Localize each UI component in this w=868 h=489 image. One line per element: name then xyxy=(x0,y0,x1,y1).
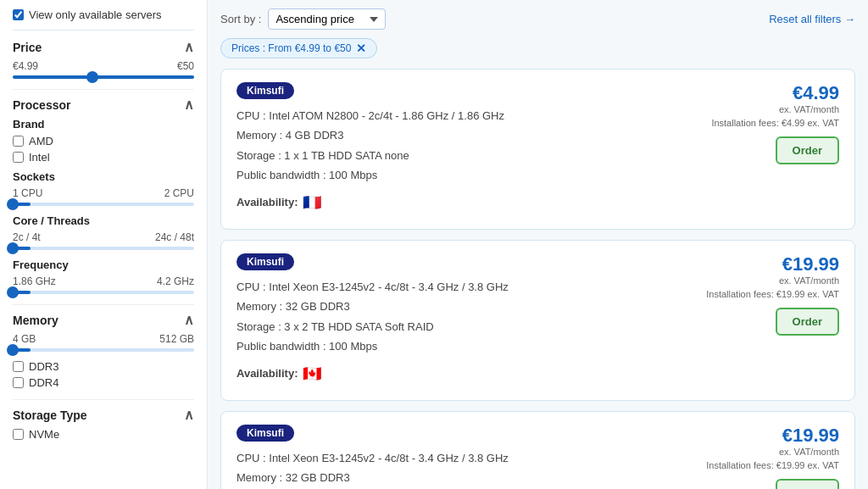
flag-fr-1: 🇫🇷 xyxy=(303,189,321,216)
brand-amd-label: AMD xyxy=(29,135,53,147)
reset-filters-link[interactable]: Reset all filters → xyxy=(769,13,855,25)
price-sub-1: ex. VAT/month xyxy=(711,104,839,114)
storage-chevron-icon[interactable]: ∧ xyxy=(184,407,194,423)
ddr4-row[interactable]: DDR4 xyxy=(13,376,194,389)
ddr3-label: DDR3 xyxy=(29,360,58,373)
order-button-3[interactable]: Order xyxy=(776,479,839,489)
card-specs-2: CPU : Intel Xeon E3-1245v2 - 4c/8t - 3.4… xyxy=(236,277,696,387)
price-sub-2: ex. VAT/month xyxy=(706,275,839,286)
sort-label: Sort by : xyxy=(220,13,261,25)
card-cpu-3: CPU : Intel Xeon E3-1245v2 - 4c/8t - 3.4… xyxy=(236,448,696,468)
card-cpu-1: CPU : Intel ATOM N2800 - 2c/4t - 1.86 GH… xyxy=(236,106,701,125)
price-header: Price ∧ xyxy=(13,39,194,55)
view-only-section: View only available servers xyxy=(13,8,194,31)
processor-chevron-icon[interactable]: ∧ xyxy=(184,97,194,113)
card-storage-1: Storage : 1 x 1 TB HDD SATA none xyxy=(236,146,701,165)
price-install-1: Installation fees: €4.99 ex. VAT xyxy=(711,118,839,128)
card-info-2: Kimsufi CPU : Intel Xeon E3-1245v2 - 4c/… xyxy=(236,253,696,387)
price-sub-3: ex. VAT/month xyxy=(706,447,839,457)
filter-tag-row: Prices : From €4.99 to €50 ✕ xyxy=(220,38,855,58)
ddr4-checkbox[interactable] xyxy=(13,377,24,388)
cores-range-labels: 2c / 4t 24c / 48t xyxy=(13,231,194,243)
card-specs-1: CPU : Intel ATOM N2800 - 2c/4t - 1.86 GH… xyxy=(236,106,701,216)
brand-intel-checkbox[interactable] xyxy=(13,152,24,163)
cores-thumb[interactable] xyxy=(7,242,19,254)
processor-header: Processor ∧ xyxy=(13,97,194,113)
filter-tag-close-icon[interactable]: ✕ xyxy=(356,42,366,54)
price-slider-thumb[interactable] xyxy=(86,71,98,83)
cores-slider[interactable] xyxy=(13,247,194,250)
filter-tag-label: Prices : From €4.99 to €50 xyxy=(231,42,351,54)
order-button-1[interactable]: Order xyxy=(776,136,839,164)
server-card-3: Kimsufi CPU : Intel Xeon E3-1245v2 - 4c/… xyxy=(220,411,855,489)
brand-intel-label: Intel xyxy=(29,151,50,164)
card-badge-2: Kimsufi xyxy=(236,253,294,270)
card-specs-3: CPU : Intel Xeon E3-1245v2 - 4c/8t - 3.4… xyxy=(236,448,696,489)
memory-chevron-icon[interactable]: ∧ xyxy=(184,312,194,328)
sockets-max-label: 2 CPU xyxy=(164,187,194,199)
sockets-range-labels: 1 CPU 2 CPU xyxy=(13,187,194,199)
card-memory-1: Memory : 4 GB DDR3 xyxy=(236,125,701,145)
brand-intel-row[interactable]: Intel xyxy=(13,151,194,164)
order-button-2[interactable]: Order xyxy=(776,308,839,336)
server-card-2: Kimsufi CPU : Intel Xeon E3-1245v2 - 4c/… xyxy=(220,240,855,401)
sidebar: View only available servers Price ∧ €4.9… xyxy=(0,0,208,489)
availability-label-2: Availability: xyxy=(236,364,298,383)
card-price-col-3: €19.99 ex. VAT/month Installation fees: … xyxy=(706,425,839,489)
card-availability-1: Availability: 🇫🇷 xyxy=(236,189,701,216)
ddr4-label: DDR4 xyxy=(29,376,58,389)
memory-header: Memory ∧ xyxy=(13,312,194,328)
top-bar: Sort by : Ascending price Descending pri… xyxy=(220,8,855,30)
storage-title: Storage Type xyxy=(13,408,87,422)
freq-thumb[interactable] xyxy=(7,286,19,298)
sort-select[interactable]: Ascending price Descending price xyxy=(268,8,386,30)
card-badge-1: Kimsufi xyxy=(236,82,294,99)
memory-slider[interactable] xyxy=(13,348,194,352)
ddr3-row[interactable]: DDR3 xyxy=(13,360,194,373)
storage-filter: Storage Type ∧ NVMe xyxy=(13,407,194,441)
nvme-row[interactable]: NVMe xyxy=(13,428,194,441)
sockets-slider[interactable] xyxy=(13,203,194,206)
price-install-2: Installation fees: €19.99 ex. VAT xyxy=(706,289,839,299)
brand-label: Brand xyxy=(13,118,194,131)
nvme-label: NVMe xyxy=(29,428,59,441)
nvme-checkbox[interactable] xyxy=(13,429,24,440)
freq-range-labels: 1.86 GHz 4.2 GHz xyxy=(13,275,194,287)
sockets-min-label: 1 CPU xyxy=(13,187,42,199)
card-memory-2: Memory : 32 GB DDR3 xyxy=(236,297,696,316)
ddr3-checkbox[interactable] xyxy=(13,361,24,372)
view-only-checkbox-row[interactable]: View only available servers xyxy=(13,8,194,21)
brand-amd-row[interactable]: AMD xyxy=(13,135,194,147)
card-memory-3: Memory : 32 GB DDR3 xyxy=(236,468,696,487)
card-price-col-1: €4.99 ex. VAT/month Installation fees: €… xyxy=(711,82,839,164)
card-bandwidth-2: Public bandwidth : 100 Mbps xyxy=(236,336,696,356)
price-filter: Price ∧ €4.99 €50 xyxy=(13,39,194,79)
price-chevron-icon[interactable]: ∧ xyxy=(184,39,194,55)
price-slider-track[interactable] xyxy=(13,75,194,79)
memory-title: Memory xyxy=(13,314,58,327)
card-info-1: Kimsufi CPU : Intel ATOM N2800 - 2c/4t -… xyxy=(236,82,701,216)
main-content: Sort by : Ascending price Descending pri… xyxy=(208,0,868,489)
view-only-label: View only available servers xyxy=(29,8,162,21)
freq-label: Frequency xyxy=(13,258,194,271)
active-filter-tag: Prices : From €4.99 to €50 ✕ xyxy=(220,38,377,58)
card-bandwidth-1: Public bandwidth : 100 Mbps xyxy=(236,165,701,185)
price-title: Price xyxy=(13,41,42,54)
price-big-1: €4.99 xyxy=(711,82,839,104)
flag-ca-2: 🇨🇦 xyxy=(303,360,321,387)
storage-header: Storage Type ∧ xyxy=(13,407,194,423)
brand-amd-checkbox[interactable] xyxy=(13,136,24,147)
memory-max-label: 512 GB xyxy=(159,333,194,345)
view-only-checkbox[interactable] xyxy=(13,9,24,20)
cores-label: Core / Threads xyxy=(13,214,194,227)
card-info-3: Kimsufi CPU : Intel Xeon E3-1245v2 - 4c/… xyxy=(236,425,696,489)
card-badge-3: Kimsufi xyxy=(236,425,294,442)
card-storage-2: Storage : 3 x 2 TB HDD SATA Soft RAID xyxy=(236,317,696,336)
cores-max-label: 24c / 48t xyxy=(155,231,194,243)
sockets-thumb[interactable] xyxy=(7,198,19,210)
freq-slider[interactable] xyxy=(13,291,194,294)
memory-thumb[interactable] xyxy=(7,344,19,356)
card-price-col-2: €19.99 ex. VAT/month Installation fees: … xyxy=(706,253,839,336)
processor-filter: Processor ∧ Brand AMD Intel Sockets 1 CP… xyxy=(13,97,194,294)
price-max-label: €50 xyxy=(177,60,194,72)
